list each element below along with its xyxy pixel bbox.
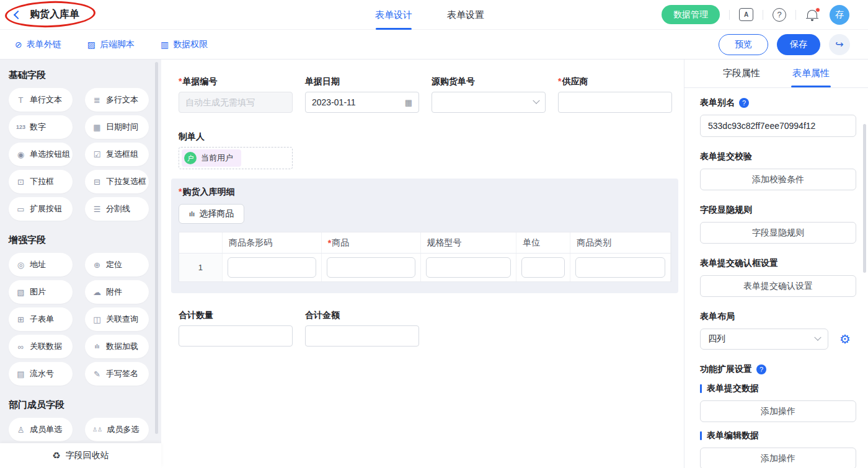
field-type-button-单行文本[interactable]: T单行文本 <box>9 88 73 112</box>
properties-tabs: 字段属性 表单属性 <box>684 60 868 88</box>
field-doc-no[interactable]: *单据编号 <box>179 76 293 113</box>
field-type-button-扩展按钮[interactable]: ▭扩展按钮 <box>9 197 73 221</box>
tab-form-properties[interactable]: 表单属性 <box>792 60 830 87</box>
help-icon[interactable]: ? <box>756 364 766 374</box>
field-type-button-复选框组[interactable]: ☑复选框组 <box>85 143 149 166</box>
field-type-label: 多行文本 <box>106 94 138 105</box>
source-order-select[interactable] <box>432 92 546 113</box>
field-doc-date[interactable]: 单据日期 2023-01-11 ▦ <box>305 76 419 113</box>
total-qty-input[interactable] <box>179 325 293 347</box>
col-header-商品条形码: 商品条形码 <box>223 232 322 253</box>
field-type-button-单选按钮组[interactable]: ◉单选按钮组 <box>9 143 73 166</box>
field-type-button-成员单选[interactable]: ♙成员单选 <box>9 418 73 441</box>
help-icon[interactable]: ? <box>739 98 749 108</box>
cell-input-商品[interactable] <box>327 257 415 278</box>
form-layout-label: 表单布局 <box>700 311 856 322</box>
tab-field-properties[interactable]: 字段属性 <box>723 60 760 87</box>
field-type-button-流水号[interactable]: ▤流水号 <box>9 362 73 386</box>
submit-data-group-label: 表单提交数据 <box>707 383 759 394</box>
field-type-button-数据加载[interactable]: ılı数据加载 <box>85 335 149 358</box>
date-picker[interactable]: 2023-01-11 ▦ <box>305 92 419 113</box>
notification-bell-icon[interactable] <box>805 7 820 22</box>
field-total-amount[interactable]: 合计金额 <box>305 310 419 347</box>
detail-subform-section[interactable]: *购货入库明细 ılı 选择商品 商品条形码*商品规格型号单位商品类别 1 <box>171 179 678 293</box>
field-type-icon: ☁ <box>92 288 102 297</box>
field-type-icon: ⊕ <box>92 260 102 270</box>
chevron-down-icon <box>533 97 539 104</box>
field-type-button-日期时间[interactable]: ▦日期时间 <box>85 115 149 139</box>
tab-form-design[interactable]: 表单设计 <box>375 0 412 30</box>
field-type-icon: ⊟ <box>92 177 102 187</box>
supplier-input[interactable] <box>558 92 672 113</box>
page-title: 购货入库单 <box>30 8 79 21</box>
field-type-button-附件[interactable]: ☁附件 <box>85 280 149 304</box>
cell-商品类别 <box>570 254 671 281</box>
layout-gear-icon[interactable]: ⚙ <box>835 329 856 350</box>
cell-input-商品类别[interactable] <box>575 257 665 278</box>
back-chevron-icon[interactable] <box>14 10 22 19</box>
tab-form-settings[interactable]: 表单设置 <box>447 0 484 30</box>
field-source-order[interactable]: 源购货单号 <box>432 76 546 113</box>
add-validation-button[interactable]: 添加校验条件 <box>700 169 856 190</box>
data-manage-button[interactable]: 数据管理 <box>662 5 720 24</box>
field-type-button-下拉复选框[interactable]: ⊟下拉复选框 <box>85 170 149 193</box>
total-amount-input[interactable] <box>305 325 419 347</box>
field-type-label: 附件 <box>106 286 122 298</box>
current-user-tag[interactable]: 户 当前用户 <box>182 149 241 167</box>
field-type-icon: ⊞ <box>16 315 25 324</box>
edit-add-action-button[interactable]: 添加操作 <box>700 448 856 468</box>
field-type-icon: ♙♙ <box>92 426 102 433</box>
field-type-label: 下拉框 <box>30 176 54 187</box>
contact-card-icon[interactable]: A <box>739 8 753 21</box>
confirm-box-button[interactable]: 表单提交确认设置 <box>700 275 856 297</box>
detail-table-header: 商品条形码*商品规格型号单位商品类别 <box>179 232 671 254</box>
field-creator[interactable]: 制单人 户 当前用户 <box>179 131 684 169</box>
recycle-icon: ♻ <box>52 450 60 461</box>
preview-button[interactable]: 预览 <box>719 34 768 55</box>
user-avatar[interactable]: 存 <box>830 5 849 25</box>
doc-no-input[interactable] <box>179 92 293 113</box>
help-icon[interactable]: ? <box>773 8 786 22</box>
field-type-icon: ◫ <box>92 315 102 324</box>
save-button[interactable]: 保存 <box>777 34 820 55</box>
field-type-button-手写签名[interactable]: ✎手写签名 <box>85 362 149 386</box>
field-type-button-定位[interactable]: ⊕定位 <box>85 253 149 276</box>
required-mark: * <box>328 238 331 248</box>
field-type-button-分割线[interactable]: ☰分割线 <box>85 197 149 221</box>
field-type-button-多行文本[interactable]: ≣多行文本 <box>85 88 149 112</box>
field-type-button-数字[interactable]: 123数字 <box>9 115 73 139</box>
field-type-grid: ◎地址⊕定位▧图片☁附件⊞子表单◫关联查询∞关联数据ılı数据加载▤流水号✎手写… <box>9 253 149 389</box>
cell-input-规格型号[interactable] <box>426 257 512 278</box>
field-type-button-成员多选[interactable]: ♙♙成员多选 <box>85 418 149 441</box>
required-mark: * <box>179 187 182 196</box>
user-tag-avatar: 户 <box>184 152 197 164</box>
backend-script-link[interactable]: ▨ 后端脚本 <box>87 39 135 50</box>
cell-input-单位[interactable] <box>521 257 565 278</box>
field-type-icon: ılı <box>92 343 102 350</box>
share-button[interactable]: ↪ <box>829 34 850 55</box>
field-type-label: 手写签名 <box>106 368 138 379</box>
visibility-rules-button[interactable]: 字段显隐规则 <box>700 222 856 244</box>
field-type-button-子表单[interactable]: ⊞子表单 <box>9 307 73 331</box>
submit-add-action-button[interactable]: 添加操作 <box>700 400 856 422</box>
field-total-qty[interactable]: 合计数量 <box>179 310 293 347</box>
panel-scrollbar[interactable] <box>863 124 866 273</box>
field-type-button-关联数据[interactable]: ∞关联数据 <box>9 335 73 358</box>
select-product-button[interactable]: ılı 选择商品 <box>179 204 244 224</box>
cell-input-商品条形码[interactable] <box>228 257 316 278</box>
field-type-button-地址[interactable]: ◎地址 <box>9 253 73 276</box>
field-type-button-下拉框[interactable]: ⊡下拉框 <box>9 170 73 193</box>
layout-select[interactable]: 四列 <box>700 329 828 350</box>
creator-value-box[interactable]: 户 当前用户 <box>179 147 293 169</box>
field-recycle-bin-button[interactable]: ♻ 字段回收站 <box>0 443 161 468</box>
form-external-link[interactable]: ⊘ 表单外链 <box>15 39 61 50</box>
form-alias-input[interactable] <box>700 115 856 137</box>
field-type-button-图片[interactable]: ▧图片 <box>9 280 73 304</box>
field-type-label: 子表单 <box>30 314 54 325</box>
data-permission-link[interactable]: ▥ 数据权限 <box>161 39 208 50</box>
sidebar-scrollbar[interactable] <box>155 62 158 434</box>
field-supplier[interactable]: *供应商 <box>558 76 672 113</box>
sidebar-section-title: 基础字段 <box>9 69 161 82</box>
divider <box>729 10 730 20</box>
field-type-button-关联查询[interactable]: ◫关联查询 <box>85 307 149 331</box>
